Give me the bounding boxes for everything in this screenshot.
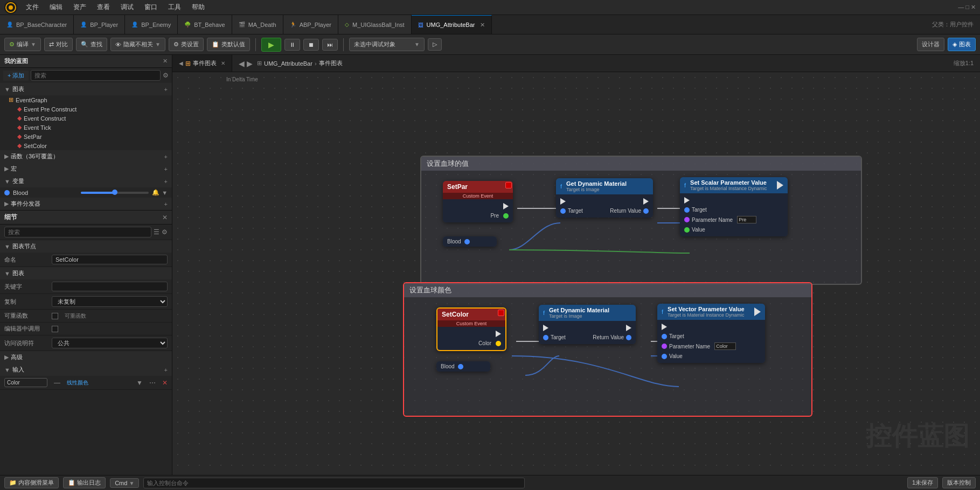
tab-abp-player[interactable]: 🏃 ABP_Player [283,15,338,34]
variables-section[interactable]: ▼ 变量 + [0,175,172,187]
cmd-btn[interactable]: Cmd ▼ [110,478,139,488]
get-dyn-mat-2-exec-in-pin[interactable] [543,325,548,331]
comment-box-2[interactable]: 设置血球颜色 SetColor Custom Event [403,282,812,417]
breadcrumb-root[interactable]: UMG_AttributeBar [264,60,312,67]
graph-node-section[interactable]: ▼ 图表节点 [0,240,172,253]
designer-btn[interactable]: 设计器 [917,38,944,51]
get-dyn-mat-1-return-out-pin[interactable] [643,208,649,214]
graph-nav-back[interactable]: ◀ [239,59,245,68]
get-dyn-mat-1-exec-in-pin[interactable] [560,198,566,205]
event-construct-item[interactable]: ◆ Event Construct [0,114,172,123]
settings-icon[interactable]: ⚙ [163,72,169,79]
stop-btn[interactable]: ⏹ [303,39,319,51]
dispatchers-section[interactable]: ▶ 事件分发器 + [0,198,172,210]
graph-section[interactable]: ▼ 图表 + [0,83,172,95]
tab-bp-basecharacter[interactable]: 👤 BP_BaseCharacter [0,15,74,34]
menu-asset[interactable]: 资产 [69,2,91,13]
detail-settings-icon[interactable]: ⚙ [162,228,168,236]
graph-subsection[interactable]: ▼ 图表 [0,267,172,279]
blood-var-2-pin[interactable] [458,364,463,369]
debug-extra-btn[interactable]: ▷ [428,38,442,51]
pause-btn[interactable]: ⏸ [284,39,300,51]
set-scalar-param-pin[interactable] [684,217,690,222]
tab-close-btn[interactable]: ✕ [480,22,485,29]
setpar-item[interactable]: ◆ SetPar [0,132,172,141]
my-blueprint-search[interactable] [31,70,161,81]
event-graph-tab[interactable]: ◀ ⊞ 事件图表 ✕ [172,55,232,72]
event-tick-item[interactable]: ◆ Event Tick [0,123,172,132]
variables-section-plus[interactable]: + [164,178,168,185]
get-dynamic-mat-1-node[interactable]: f Get Dynamic Material Target is Image [556,178,653,218]
set-scalar-value-pin[interactable] [684,227,690,233]
get-dyn-mat-2-exec-out-pin[interactable] [626,325,631,331]
setpar-node[interactable]: SetPar Custom Event Pre [443,181,513,222]
diff-btn[interactable]: ⇄ 对比 [44,38,73,51]
compile-btn[interactable]: ⚙ 编译 ▼ [4,38,41,51]
macros-section[interactable]: ▶ 宏 + [0,163,172,175]
menu-file[interactable]: 文件 [22,2,43,13]
detail-close-btn[interactable]: ✕ [162,214,168,221]
tab-ma-death[interactable]: 🎬 MA_Death [232,15,283,34]
name-input[interactable] [52,255,168,264]
graph-tab-nav-left[interactable]: ◀ [179,60,183,66]
get-dyn-mat-2-return-out-pin[interactable] [626,335,631,340]
play-btn[interactable]: ▶ [261,38,281,52]
blood-var-1-pin[interactable] [464,239,470,244]
step-btn[interactable]: ⏭ [322,39,338,51]
set-vector-value-pin[interactable] [662,354,667,359]
color-delete-btn[interactable]: ✕ [162,379,168,387]
tab-umg-attributebar[interactable]: 🖼 UMG_AttributeBar ✕ [412,15,492,34]
color-more-btn[interactable]: ⋯ [149,379,156,387]
set-vector-exec-out-pin[interactable] [754,307,761,316]
detail-list-view-icon[interactable]: ☰ [154,228,159,236]
tab-bp-player[interactable]: 👤 BP_Player [74,15,125,34]
set-vector-param-pin[interactable] [662,344,667,349]
graph-canvas[interactable]: In Delta Time [172,72,980,475]
blood-variable-row[interactable]: Blood 🔔 ▼ [0,187,172,198]
blood-var-node-2[interactable]: Blood [436,361,490,372]
set-vector-exec-in-pin[interactable] [662,324,667,330]
graph-tab-close[interactable]: ✕ [221,60,225,66]
get-dyn-mat-2-target-in-pin[interactable] [543,335,548,340]
setcolor-item[interactable]: ◆ SetColor [0,141,172,150]
add-btn[interactable]: + 添加 [3,71,29,81]
set-scalar-param-input[interactable] [737,216,756,223]
advanced-section[interactable]: ▶ 高级 [0,351,172,363]
color-arrow-btn[interactable]: ▼ [136,379,143,387]
setpar-exec-out-pin[interactable] [503,203,509,209]
setcolor-node[interactable]: SetColor Custom Event Color [436,307,506,351]
detail-search[interactable] [4,227,151,237]
access-select[interactable]: 公共 [52,338,168,348]
debug-target-select[interactable]: 未选中调试对象 ▼ [349,38,425,51]
input-section-plus[interactable]: + [164,367,168,373]
version-control-btn[interactable]: 版本控制 [942,477,976,488]
menu-view[interactable]: 查看 [93,2,114,13]
get-dyn-mat-1-exec-out-pin[interactable] [643,198,649,205]
comment-box-1[interactable]: 设置血球的值 SetPar Custom Event [420,156,862,285]
keyword-input[interactable] [52,282,168,291]
macros-section-plus[interactable]: + [164,166,168,172]
class-settings-btn[interactable]: ⚙ 类设置 [169,38,204,51]
editor-call-checkbox[interactable] [52,326,58,332]
get-dynamic-mat-2-node[interactable]: f Get Dynamic Material Target is Image [539,305,636,344]
set-scalar-target-pin[interactable] [684,207,690,213]
menu-help[interactable]: 帮助 [187,2,209,13]
find-btn[interactable]: 🔍 查找 [76,38,107,51]
setpar-pre-pin[interactable] [503,213,509,219]
copy-select[interactable]: 未复制 [52,296,168,307]
save-btn[interactable]: 1未保存 [907,477,938,488]
callable-checkbox[interactable] [52,313,58,319]
menu-debug[interactable]: 调试 [116,2,138,13]
blood-var-slider[interactable] [81,192,149,194]
menu-window[interactable]: 窗口 [140,2,162,13]
set-vector-param-input[interactable] [714,342,736,350]
set-scalar-exec-in-pin[interactable] [684,197,690,204]
event-pre-construct-item[interactable]: ◆ Event Pre Construct [0,104,172,114]
class-defaults-btn[interactable]: 📋 类默认值 [207,38,250,51]
menu-tools[interactable]: 工具 [164,2,185,13]
blood-var-node-1[interactable]: Blood [443,236,497,247]
tab-bt-behave[interactable]: 🌳 BT_Behave [178,15,232,34]
set-vector-target-pin[interactable] [662,334,667,339]
menu-edit[interactable]: 编辑 [45,2,67,13]
functions-section[interactable]: ▶ 函数（36可覆盖） + [0,150,172,163]
